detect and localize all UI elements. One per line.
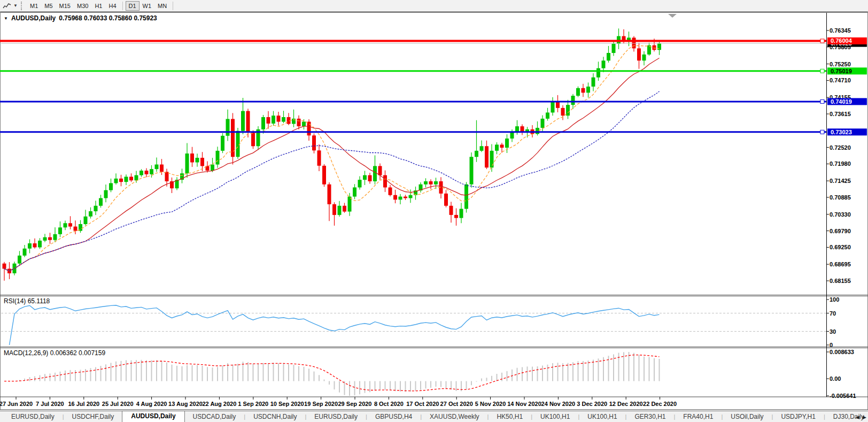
- candle-body: [84, 217, 88, 224]
- chart-canvas[interactable]: 0.763450.758050.752500.747100.741550.736…: [0, 12, 868, 411]
- candle-body: [267, 117, 270, 124]
- candle-body: [551, 102, 555, 112]
- price-tick-label: 0.75250: [830, 61, 851, 67]
- tab-audusd-daily[interactable]: AUDUSD,Daily: [122, 411, 184, 422]
- candle-body: [3, 264, 6, 269]
- candle-body: [58, 227, 62, 234]
- candle-body: [43, 237, 47, 241]
- rsi-indicator-label: RSI(14) 65.1118: [4, 297, 50, 305]
- price-tick-label: 0.76345: [830, 27, 851, 34]
- tab-eurusd-daily[interactable]: EURUSD,Daily: [3, 411, 63, 422]
- candle-body: [145, 171, 149, 174]
- candle-body: [393, 195, 397, 200]
- candle-body: [165, 172, 169, 181]
- date-tick-label: 25 Jul 2020: [102, 401, 134, 407]
- candle-body: [150, 169, 153, 174]
- candle-body: [495, 144, 499, 150]
- candle-body: [231, 119, 235, 157]
- tab-usdcnh-daily[interactable]: USDCNH,Daily: [245, 411, 305, 422]
- candle-body: [129, 177, 133, 180]
- symbol-collapse-icon[interactable]: ▼: [4, 16, 8, 21]
- tab-uk100-h1[interactable]: UK100,H1: [579, 411, 625, 422]
- toolbar-grip[interactable]: [21, 2, 24, 10]
- price-level-badge-label: 0.75019: [831, 68, 852, 74]
- candle-body: [510, 133, 514, 139]
- timeframe-button-m30[interactable]: M30: [74, 1, 91, 11]
- candle-body: [434, 181, 438, 185]
- timeframe-button-m15[interactable]: M15: [56, 1, 74, 11]
- candle-body: [282, 117, 285, 122]
- candle-body: [89, 211, 92, 217]
- tab-hk50-h1[interactable]: HK50,H1: [489, 411, 531, 422]
- tab-usdjpy-h1[interactable]: USDJPY,H1: [773, 411, 823, 422]
- candle-body: [607, 53, 610, 60]
- tab-scroll-left-icon[interactable]: ◀: [856, 414, 859, 420]
- candle-body: [190, 154, 194, 163]
- chart-type-dropdown-icon[interactable]: ▼: [12, 3, 19, 8]
- tab-scroll-right-icon[interactable]: ▶: [863, 414, 866, 420]
- date-tick-label: 4 Aug 2020: [136, 401, 167, 407]
- timeframe-button-h1[interactable]: H1: [91, 1, 105, 11]
- candle-body: [140, 171, 143, 175]
- price-line-handle[interactable]: [820, 130, 824, 134]
- timeframe-button-m1[interactable]: M1: [27, 1, 41, 11]
- tab-fra40-h1[interactable]: FRA40,H1: [675, 411, 721, 422]
- date-tick-label: 14 Nov 2020: [507, 401, 541, 407]
- candle-body: [485, 146, 489, 167]
- toolbar-separator: [173, 2, 173, 10]
- candle-body: [409, 195, 413, 198]
- rsi-tick-label: 100: [830, 296, 839, 303]
- mt4-window: ▼ M1M5M15M30H1H4D1W1MN 0.763450.758050.7…: [0, 0, 868, 422]
- candle-body: [68, 223, 72, 226]
- macd-tick-label: 0.008633: [830, 349, 854, 355]
- price-tick-label: 0.73615: [830, 111, 851, 117]
- tab-ger30-h1[interactable]: GER30,H1: [626, 411, 673, 422]
- candle-body: [378, 166, 382, 175]
- tab-gbpusd-h4[interactable]: GBPUSD,H4: [367, 411, 420, 422]
- timeframe-button-m5[interactable]: M5: [41, 1, 56, 11]
- candle-body: [642, 55, 646, 60]
- price-level-badge-label: 0.74019: [831, 98, 852, 105]
- macd-tick-label: 0.00: [830, 375, 841, 382]
- candle-body: [109, 183, 113, 190]
- candle-body: [464, 185, 468, 209]
- date-tick-label: 17 Oct 2020: [406, 401, 439, 407]
- candle-body: [500, 144, 504, 148]
- candle-body: [566, 105, 570, 116]
- candle-body: [475, 151, 478, 157]
- candle-body: [460, 209, 463, 218]
- tab-usoil-daily[interactable]: USOil,Daily: [723, 411, 771, 422]
- price-tick-label: 0.74710: [830, 77, 851, 83]
- candle-body: [429, 181, 433, 185]
- tab-uk100-h1[interactable]: UK100,H1: [532, 411, 578, 422]
- tab-xauusd-weekly[interactable]: XAUUSD,Weekly: [422, 411, 487, 422]
- price-line-handle[interactable]: [820, 69, 824, 73]
- candle-body: [64, 223, 67, 227]
- price-line-handle[interactable]: [820, 99, 824, 103]
- timeframe-button-mn[interactable]: MN: [154, 1, 170, 11]
- candle-body: [18, 256, 21, 264]
- timeframe-button-w1[interactable]: W1: [140, 1, 155, 11]
- candle-body: [322, 166, 326, 185]
- date-tick-label: 22 Aug 2020: [203, 401, 237, 407]
- date-tick-label: 8 Oct 2020: [374, 401, 404, 407]
- tab-usdchf-daily[interactable]: USDCHF,Daily: [64, 411, 122, 422]
- candle-body: [368, 175, 372, 181]
- candle-body: [246, 111, 250, 133]
- price-line-handle[interactable]: [820, 39, 824, 43]
- date-tick-label: 27 Jun 2020: [0, 401, 33, 407]
- candle-body: [490, 151, 494, 167]
- price-tick-label: 0.68695: [830, 261, 851, 267]
- candle-body: [53, 234, 57, 240]
- candle-body: [135, 175, 138, 181]
- timeframe-button-d1[interactable]: D1: [126, 1, 140, 11]
- candle-body: [99, 198, 103, 205]
- candle-body: [637, 48, 641, 60]
- timeframe-button-h4[interactable]: H4: [105, 1, 119, 11]
- candle-body: [602, 60, 606, 68]
- candle-body: [505, 139, 509, 148]
- candle-body: [196, 158, 199, 163]
- tab-usdcad-daily[interactable]: USDCAD,Daily: [185, 411, 244, 422]
- chart-type-icon[interactable]: [2, 1, 12, 11]
- tab-eurusd-daily[interactable]: EURUSD,Daily: [306, 411, 366, 422]
